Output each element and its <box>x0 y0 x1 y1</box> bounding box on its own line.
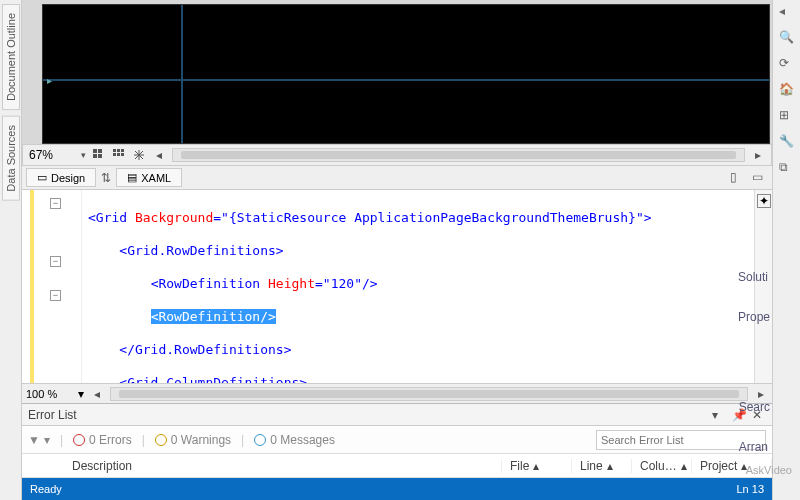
error-list-header: Error List ▾ 📌 ✕ <box>22 404 772 426</box>
editor-horizontal-scrollbar[interactable] <box>110 387 748 401</box>
tab-xaml-label: XAML <box>141 172 171 184</box>
messages-filter[interactable]: 0 Messages <box>254 433 335 447</box>
dropdown-icon[interactable]: ▾ <box>712 408 726 422</box>
status-ready: Ready <box>30 483 62 495</box>
col-file[interactable]: File ▴ <box>502 459 572 473</box>
scroll-left-icon[interactable]: ◂ <box>152 148 166 162</box>
designer-zoom-bar: 67% ▾ ◂ ▸ <box>22 144 772 166</box>
status-bar: Ready Ln 13 <box>22 478 772 500</box>
properties-icon[interactable]: 🔧 <box>779 134 795 150</box>
split-horizontal-icon[interactable]: ▭ <box>752 170 768 186</box>
grid-small-icon[interactable] <box>92 148 106 162</box>
col-line[interactable]: Line ▴ <box>572 459 632 473</box>
error-list-toolbar: ▼▾ | 0 Errors | 0 Warnings | 0 Messages <box>22 426 772 454</box>
link-icon[interactable]: ⧉ <box>779 160 795 176</box>
designer-preview-pane: ▸ <box>22 0 772 144</box>
design-view-icon: ▭ <box>37 171 47 184</box>
tab-document-outline[interactable]: Document Outline <box>2 4 20 110</box>
editor-bottom-bar: 100 % ▾ ◂ ▸ <box>22 383 772 403</box>
xaml-view-icon: ▤ <box>127 171 137 184</box>
status-line: Ln 13 <box>736 483 764 495</box>
right-pane-labels: Soluti Prope <box>738 270 770 350</box>
designer-horizontal-scrollbar[interactable] <box>172 148 745 162</box>
expand-toolbox-icon[interactable]: ✦ <box>757 194 771 208</box>
svg-rect-9 <box>121 153 124 156</box>
scroll-left-icon[interactable]: ◂ <box>90 387 104 401</box>
design-xaml-tabstrip: ▭ Design ⇅ ▤ XAML ▯ ▭ <box>22 166 772 190</box>
tag-icon[interactable]: ⊞ <box>779 108 795 124</box>
collapse-icon[interactable]: ◂ <box>779 4 795 20</box>
right-toolstrip: ◂ 🔍 ⟳ 🏠 ⊞ 🔧 ⧉ <box>772 0 800 500</box>
editor-zoom-dropdown-icon[interactable]: ▾ <box>78 387 84 401</box>
svg-rect-6 <box>121 149 124 152</box>
fold-toggle-icon[interactable]: − <box>50 290 61 301</box>
zoom-dropdown-icon[interactable]: ▾ <box>81 150 86 160</box>
main-area: ▸ 67% ▾ ◂ ▸ ▭ Design ⇅ ▤ XAML ▯ <box>22 0 772 500</box>
tab-xaml[interactable]: ▤ XAML <box>116 168 182 187</box>
svg-rect-3 <box>98 154 102 158</box>
fold-toggle-icon[interactable]: − <box>50 198 61 209</box>
tab-design-label: Design <box>51 172 85 184</box>
search-icon[interactable]: 🔍 <box>779 30 795 46</box>
error-list-panel: Error List ▾ 📌 ✕ ▼▾ | 0 Errors | 0 Warni… <box>22 403 772 478</box>
properties-tab[interactable]: Prope <box>738 310 770 324</box>
filter-dropdown[interactable]: ▼▾ <box>28 433 50 447</box>
grid-large-icon[interactable] <box>112 148 126 162</box>
xaml-editor: − − − <Grid Background="{StaticResource … <box>22 190 772 383</box>
editor-zoom-value[interactable]: 100 % <box>26 388 72 400</box>
svg-rect-2 <box>93 154 97 158</box>
swap-panes-icon[interactable]: ⇅ <box>98 170 114 186</box>
error-list-title: Error List <box>28 408 77 422</box>
svg-rect-8 <box>117 153 120 156</box>
col-description[interactable]: Description <box>44 459 502 473</box>
tab-data-sources[interactable]: Data Sources <box>2 116 20 201</box>
fold-toggle-icon[interactable]: − <box>50 256 61 267</box>
warnings-filter[interactable]: 0 Warnings <box>155 433 231 447</box>
refresh-icon[interactable]: ⟳ <box>779 56 795 72</box>
left-toolwindow-tabs: Document Outline Data Sources <box>0 0 22 500</box>
tab-design[interactable]: ▭ Design <box>26 168 96 187</box>
home-icon[interactable]: 🏠 <box>779 82 795 98</box>
svg-rect-7 <box>113 153 116 156</box>
code-area[interactable]: <Grid Background="{StaticResource Applic… <box>82 190 754 383</box>
design-surface[interactable]: ▸ <box>42 4 770 144</box>
svg-rect-0 <box>93 149 97 153</box>
svg-rect-5 <box>117 149 120 152</box>
sort-asc-icon: ▴ <box>533 459 539 473</box>
svg-rect-1 <box>98 149 102 153</box>
split-vertical-icon[interactable]: ▯ <box>730 170 746 186</box>
ruler-marker-icon: ▸ <box>47 75 52 86</box>
editor-margin: − − − <box>22 190 82 383</box>
sort-asc-icon: ▴ <box>681 459 687 473</box>
scroll-right-icon[interactable]: ▸ <box>751 148 765 162</box>
sort-asc-icon: ▴ <box>607 459 613 473</box>
watermark-brand: AskVideo <box>746 464 792 476</box>
col-column[interactable]: Colu… ▴ <box>632 459 692 473</box>
search-tab[interactable]: Searc <box>739 400 770 414</box>
designer-zoom-value[interactable]: 67% <box>29 148 75 162</box>
snap-icon[interactable] <box>132 148 146 162</box>
errors-filter[interactable]: 0 Errors <box>73 433 132 447</box>
scroll-right-icon[interactable]: ▸ <box>754 387 768 401</box>
solution-explorer-tab[interactable]: Soluti <box>738 270 770 284</box>
svg-rect-4 <box>113 149 116 152</box>
error-list-columns: Description File ▴ Line ▴ Colu… ▴ Projec… <box>22 454 772 478</box>
arrange-tab[interactable]: Arran <box>739 440 770 454</box>
selected-code: <RowDefinition/> <box>151 309 276 324</box>
